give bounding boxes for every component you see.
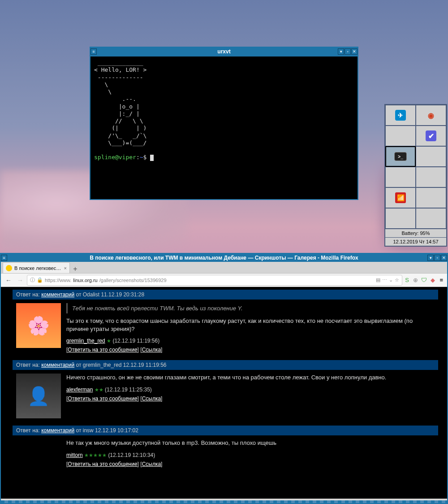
comment-block: Ответ на: комментарий от Odalist 11.12.1… (13, 290, 438, 353)
toolbar: ← → ⓘ 🔒 https://www.linux.org.ru/gallery… (1, 274, 447, 287)
user-stars: ★★ (95, 387, 103, 392)
url-host: linux.org.ru (73, 278, 97, 283)
pager-cell-empty[interactable] (416, 146, 446, 167)
twm-pager: ✈ ◉ ✔ >_ 📶 Battery: 95% 12.12.2019 Чт 14… (384, 104, 447, 247)
author-link[interactable]: mittorn (66, 452, 83, 458)
extension-icon[interactable]: ⊕ (413, 276, 418, 284)
extension-icon[interactable]: ◆ (430, 276, 436, 284)
extension-icon[interactable]: S (404, 276, 410, 284)
new-tab-button[interactable]: + (70, 265, 81, 273)
comment-time: (12.12.19 12:10:34) (108, 452, 155, 458)
tab-label: В поиске легковесного (14, 265, 62, 271)
author-link[interactable]: gremlin_the_red (66, 338, 105, 344)
permalink[interactable]: Ссылка (142, 347, 161, 353)
quote-block: Тебя не понять всей прелести TWM. Ты вед… (66, 303, 435, 313)
terminal-icon: >_ (394, 152, 407, 161)
browser-tab[interactable]: В поиске легковесного × (3, 262, 70, 273)
window-minimize-button[interactable]: ▾ (338, 48, 344, 55)
comment-ref-link[interactable]: комментарий (41, 291, 74, 298)
user-stars: ★ (107, 338, 111, 343)
terminal-titlebar[interactable]: ≡ urxvt ▾ ▫ ✕ (90, 48, 358, 56)
url-path: /gallery/screenshots/15396929 (99, 278, 167, 283)
comment-header: Ответ на: комментарий от gremlin_the_red… (13, 360, 438, 370)
pager-cell-control[interactable]: ✔ (416, 126, 446, 146)
pager-cell-empty[interactable] (416, 208, 446, 229)
comment-ref-link[interactable]: комментарий (41, 362, 74, 368)
comment-ref-link[interactable]: комментарий (41, 427, 74, 434)
comment-text: Не так уж много музыки доступной только … (66, 439, 435, 447)
tab-bar: В поиске легковесного × + (1, 262, 447, 274)
comment-time: (12.12.19 11:25:35) (105, 387, 152, 393)
comment-time: (12.12.19 11:19:56) (112, 338, 159, 344)
permalink[interactable]: Ссылка (142, 395, 161, 402)
comment-block: Ответ на: комментарий от insw 12.12.19 1… (13, 426, 438, 467)
terminal-window[interactable]: ≡ urxvt ▾ ▫ ✕ _____________ < Hello, LOR… (90, 47, 358, 200)
bookmark-star-icon[interactable]: ☆ (395, 277, 399, 283)
terminal-body[interactable]: _____________ < Hello, LOR! > ----------… (90, 56, 358, 199)
telegram-icon: ✈ (395, 110, 406, 121)
eye-icon: ◉ (426, 110, 436, 121)
back-button[interactable]: ← (4, 275, 13, 285)
firefox-titlebar[interactable]: ≡ В поиске легковесного, или TWM в миним… (1, 254, 447, 262)
window-close-button[interactable]: ✕ (351, 48, 358, 55)
permalink[interactable]: Ссылка (142, 461, 161, 467)
pager-cell-empty[interactable] (416, 167, 446, 187)
prompt-user: spline@viper (94, 154, 136, 161)
window-minimize-button[interactable]: ▾ (427, 255, 434, 261)
terminal-cursor (150, 155, 154, 161)
pager-cell-network[interactable]: 📶 (385, 187, 416, 208)
window-menu-button[interactable]: ≡ (1, 255, 7, 261)
menu-button[interactable]: ≡ (439, 276, 444, 284)
prompt-path: ~ (140, 154, 143, 161)
user-stars: ★★★★★ (84, 452, 107, 458)
reply-link[interactable]: Ответить на это сообщение (68, 347, 137, 353)
firefox-title: В поиске легковесного, или TWM в минимал… (90, 255, 358, 261)
tab-close-icon[interactable]: × (64, 265, 67, 271)
pocket-icon[interactable]: ⌄ (389, 277, 393, 283)
url-prefix: https://www. (45, 278, 71, 283)
comment-text: Ничего страшного, он же не своими глазам… (66, 374, 435, 382)
address-bar[interactable]: ⓘ 🔒 https://www.linux.org.ru/gallery/scr… (27, 275, 402, 286)
window-maximize-button[interactable]: ▫ (345, 48, 351, 55)
wifi-icon: 📶 (395, 192, 406, 203)
page-content[interactable]: Ответ на: комментарий от Odalist 11.12.1… (1, 287, 447, 499)
pager-cell-terminal[interactable]: >_ (385, 146, 416, 167)
pager-grid: ✈ ◉ ✔ >_ 📶 (385, 105, 446, 229)
terminal-title: urxvt (217, 48, 230, 55)
author-link[interactable]: alexferman (66, 387, 93, 393)
comment-block: Ответ на: комментарий от gremlin_the_red… (13, 360, 438, 418)
firefox-window: ≡ В поиске легковесного, или TWM в миним… (0, 253, 448, 504)
pager-cell-empty[interactable] (416, 187, 446, 208)
window-close-button[interactable]: ✕ (441, 255, 447, 261)
pager-cell-empty[interactable] (385, 208, 416, 229)
pager-cell-empty[interactable] (385, 167, 416, 187)
reply-link[interactable]: Ответить на это сообщение (68, 461, 137, 467)
battery-status: Battery: 95% (385, 229, 446, 237)
favicon-icon (6, 265, 12, 271)
window-resize-handle[interactable] (1, 500, 447, 503)
window-maximize-button[interactable]: ▫ (434, 255, 440, 261)
comment-header: Ответ на: комментарий от insw 12.12.19 1… (13, 426, 438, 435)
avatar[interactable]: 🌸 (16, 303, 61, 348)
datetime-status: 12.12.2019 Чт 14:57 (385, 237, 446, 246)
extension-icon[interactable]: 🛡 (421, 276, 427, 284)
control-icon: ✔ (426, 130, 436, 141)
lock-icon: 🔒 (37, 277, 43, 283)
forward-button[interactable]: → (15, 275, 25, 285)
comment-text: Ты это к тому, что с возрастом шансы зар… (66, 317, 435, 333)
pager-cell-eye[interactable]: ◉ (416, 105, 446, 126)
page-actions-icon[interactable]: ⋯ (382, 277, 387, 283)
avatar[interactable]: 👤 (16, 374, 61, 418)
pager-cell-empty[interactable] (385, 126, 416, 146)
info-icon[interactable]: ⓘ (30, 277, 35, 283)
terminal-ascii: _____________ < Hello, LOR! > ----------… (94, 59, 146, 146)
window-menu-button[interactable]: ≡ (90, 48, 97, 55)
comment-header: Ответ на: комментарий от Odalist 11.12.1… (13, 290, 438, 300)
reader-mode-icon[interactable]: ▤ (376, 277, 380, 283)
pager-cell-telegram[interactable]: ✈ (385, 105, 416, 126)
reply-link[interactable]: Ответить на это сообщение (68, 395, 137, 402)
